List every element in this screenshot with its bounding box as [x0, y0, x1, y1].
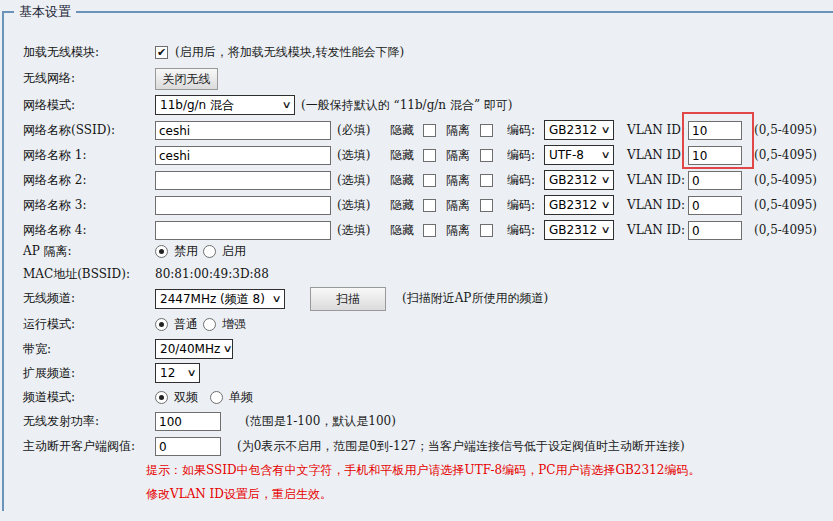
extension-channel-value: 12: [160, 364, 175, 382]
tx-power-input[interactable]: [155, 412, 221, 431]
ssid-input[interactable]: [155, 196, 331, 215]
ssid-label: 网络名称 2:: [23, 168, 87, 193]
run-mode-normal-label: 普通: [174, 312, 198, 337]
network-mode-hint: (一般保持默认的 “11b/g/n 混合” 即可): [301, 93, 513, 118]
channel-mode-single-radio[interactable]: [210, 391, 223, 404]
row-note: 提示：如果SSID中包含有中文字符，手机和平板用户请选择UTF-8编码，PC用户…: [0, 458, 833, 483]
encoding-select[interactable]: GB2312 ∨: [544, 220, 614, 240]
vlan-range-label: (0,5-4095): [754, 168, 817, 193]
chevron-down-icon: ∨: [281, 96, 291, 114]
encoding-select[interactable]: UTF-8 ∨: [544, 145, 614, 165]
fill-optional-label: (选填): [337, 143, 370, 168]
ap-isolation-disable-radio[interactable]: [155, 245, 168, 258]
chevron-down-icon: ∨: [271, 290, 281, 308]
isolate-label: 隔离: [446, 193, 470, 218]
encoding-value: GB2312: [549, 196, 597, 214]
encoding-label: 编码:: [507, 168, 535, 193]
ap-isolation-enable-radio[interactable]: [203, 245, 216, 258]
row-note: 修改VLAN ID设置后，重启生效。: [0, 482, 833, 507]
ap-isolation-disable-label: 禁用: [174, 239, 198, 264]
mac-address-label: MAC地址(BSSID):: [23, 262, 130, 287]
hide-label: 隐藏: [390, 168, 414, 193]
ssid-input[interactable]: [155, 171, 331, 190]
chevron-down-icon: ∨: [600, 221, 610, 239]
vlan-id-input[interactable]: [688, 121, 742, 140]
isolate-checkbox[interactable]: [480, 174, 493, 187]
ssid-row: 网络名称 2: (选填) 隐藏 隔离 编码: GB2312 ∨ VLAN ID:…: [0, 168, 833, 193]
isolate-checkbox[interactable]: [480, 224, 493, 237]
wifi-label: 无线网络:: [23, 66, 75, 91]
ap-isolation-enable-label: 启用: [222, 239, 246, 264]
vlan-id-input[interactable]: [688, 146, 742, 165]
vlan-id-label: VLAN ID:: [627, 193, 685, 218]
chevron-down-icon: ∨: [600, 196, 610, 214]
ssid-row: 网络名称 1: (选填) 隐藏 隔离 编码: UTF-8 ∨ VLAN ID: …: [0, 143, 833, 168]
fill-optional-label: (选填): [337, 168, 370, 193]
encoding-select[interactable]: GB2312 ∨: [544, 120, 614, 140]
extension-channel-select[interactable]: 12 ∨: [155, 363, 200, 383]
hide-checkbox[interactable]: [423, 124, 436, 137]
isolate-checkbox[interactable]: [480, 124, 493, 137]
row-ap-isolation: AP 隔离: 禁用 启用: [0, 239, 833, 264]
channel-mode-label: 频道模式:: [23, 385, 75, 410]
hide-checkbox[interactable]: [423, 174, 436, 187]
encoding-label: 编码:: [507, 193, 535, 218]
chevron-down-icon: ∨: [600, 171, 610, 189]
run-mode-enhanced-label: 增强: [222, 312, 246, 337]
run-mode-enhanced-radio[interactable]: [203, 318, 216, 331]
disconnect-threshold-input[interactable]: [155, 437, 221, 456]
row-disconnect-threshold: 主动断开客户端阀值: (为0表示不启用，范围是0到-127；当客户端连接信号低于…: [0, 434, 833, 459]
fill-optional-label: (选填): [337, 193, 370, 218]
row-wireless-channel: 无线频道: 2447MHz (频道 8) ∨ 扫描 (扫描附近AP所使用的频道): [0, 286, 833, 313]
scan-button[interactable]: 扫描: [310, 287, 386, 311]
isolate-checkbox[interactable]: [480, 149, 493, 162]
extension-channel-label: 扩展频道:: [23, 361, 75, 386]
bandwidth-label: 带宽:: [23, 337, 51, 362]
load-module-hint: (启用后，将加载无线模块,转发性能会下降): [175, 40, 404, 65]
ssid-label: 网络名称(SSID):: [23, 118, 115, 143]
ssid-input[interactable]: [155, 121, 331, 140]
network-mode-value: 11b/g/n 混合: [160, 96, 234, 114]
panel-title: 基本设置: [14, 3, 76, 21]
chevron-down-icon: ∨: [600, 146, 610, 164]
bandwidth-value: 20/40MHz: [160, 340, 220, 358]
channel-mode-dual-radio[interactable]: [155, 391, 168, 404]
vlan-id-input[interactable]: [688, 221, 742, 240]
hide-checkbox[interactable]: [423, 224, 436, 237]
ssid-input[interactable]: [155, 146, 331, 165]
encoding-select[interactable]: GB2312 ∨: [544, 195, 614, 215]
close-wifi-button[interactable]: 关闭无线: [155, 68, 218, 90]
row-extension-channel: 扩展频道: 12 ∨: [0, 361, 833, 386]
isolate-checkbox[interactable]: [480, 199, 493, 212]
wireless-channel-select[interactable]: 2447MHz (频道 8) ∨: [155, 289, 285, 309]
bandwidth-select[interactable]: 20/40MHz ∨: [155, 339, 233, 359]
load-module-checkbox[interactable]: [155, 46, 168, 59]
tx-power-label: 无线发射功率:: [23, 409, 99, 434]
encoding-label: 编码:: [507, 143, 535, 168]
isolate-label: 隔离: [446, 143, 470, 168]
run-mode-label: 运行模式:: [23, 312, 75, 337]
chevron-down-icon: ∨: [186, 364, 196, 382]
vlan-id-input[interactable]: [688, 196, 742, 215]
vlan-id-label: VLAN ID:: [627, 168, 685, 193]
hide-checkbox[interactable]: [423, 199, 436, 212]
row-load-module: 加载无线模块: (启用后，将加载无线模块,转发性能会下降): [0, 40, 833, 65]
vlan-id-label: VLAN ID:: [627, 143, 685, 168]
row-network-mode: 网络模式: 11b/g/n 混合 ∨ (一般保持默认的 “11b/g/n 混合”…: [0, 93, 833, 118]
channel-mode-single-label: 单频: [229, 385, 253, 410]
load-module-label: 加载无线模块:: [23, 40, 99, 65]
encoding-select[interactable]: GB2312 ∨: [544, 170, 614, 190]
fill-required-label: (必填): [337, 118, 370, 143]
network-mode-select[interactable]: 11b/g/n 混合 ∨: [155, 95, 295, 115]
run-mode-normal-radio[interactable]: [155, 318, 168, 331]
ssid-row: 网络名称 3: (选填) 隐藏 隔离 编码: GB2312 ∨ VLAN ID:…: [0, 193, 833, 218]
ap-isolation-label: AP 隔离:: [23, 239, 72, 264]
row-bandwidth: 带宽: 20/40MHz ∨: [0, 337, 833, 362]
encoding-value: GB2312: [549, 121, 597, 139]
channel-mode-dual-label: 双频: [174, 385, 198, 410]
ssid-input[interactable]: [155, 221, 331, 240]
vlan-id-input[interactable]: [688, 171, 742, 190]
ssid-row: 网络名称(SSID): (必填) 隐藏 隔离 编码: GB2312 ∨ VLAN…: [0, 118, 833, 143]
mac-address-value: 80:81:00:49:3D:88: [155, 262, 269, 287]
hide-checkbox[interactable]: [423, 149, 436, 162]
